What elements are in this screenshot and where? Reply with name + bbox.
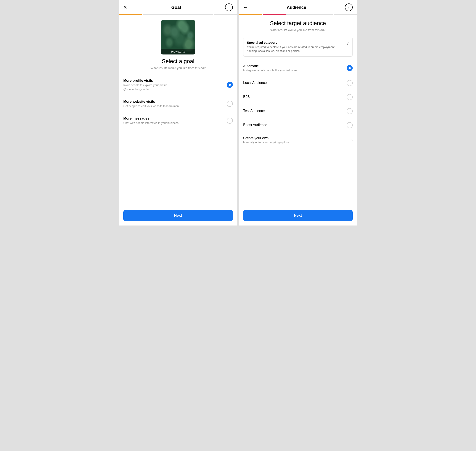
goal-option-profile-desc: Invite people to explore your profile.	[123, 83, 224, 87]
audience-option-test-radio[interactable]	[347, 108, 353, 114]
audience-next-button[interactable]: Next	[243, 210, 353, 221]
goal-option-profile-title: More profile visits	[123, 79, 224, 83]
audience-option-automatic-radio[interactable]	[347, 65, 353, 71]
goal-option-messages[interactable]: More messages Chat with people intereste…	[119, 112, 237, 129]
special-category-row[interactable]: Special ad category You're required to d…	[243, 37, 353, 57]
goal-option-profile[interactable]: More profile visits Invite people to exp…	[119, 74, 237, 95]
audience-content: Select target audience What results woul…	[239, 15, 357, 207]
goal-header: ✕ Goal i	[119, 0, 237, 14]
goal-option-profile-radio[interactable]	[227, 82, 233, 88]
special-category-chevron-icon: ∨	[346, 41, 349, 46]
goal-next-container: Next	[119, 207, 237, 226]
audience-options-list: Automatic Instagram targets people like …	[239, 60, 357, 148]
goal-option-website[interactable]: More website visits Get people to visit …	[119, 95, 237, 112]
audience-option-boost[interactable]: Boost Audience	[239, 118, 357, 132]
audience-header: ← Audience i	[239, 0, 357, 14]
audience-option-local-text: Local Audience	[243, 81, 344, 85]
goal-next-button[interactable]: Next	[123, 210, 233, 221]
special-category-text: Special ad category You're required to d…	[247, 41, 343, 53]
special-category-title: Special ad category	[247, 41, 343, 44]
audience-option-test-title: Test Audience	[243, 109, 344, 113]
preview-image[interactable]: Preview Ad	[161, 20, 195, 55]
special-category-desc: You're required to declare if your ads a…	[247, 45, 343, 53]
create-own-chevron-icon: ›	[351, 138, 353, 143]
goal-option-messages-desc: Chat with people interested in your busi…	[123, 121, 224, 125]
audience-option-boost-title: Boost Audience	[243, 123, 344, 127]
goal-info-button[interactable]: i	[225, 3, 233, 11]
audience-option-create-desc: Manually enter your targeting options	[243, 141, 349, 144]
audience-option-b2b-text: B2B	[243, 95, 344, 100]
audience-option-local-radio[interactable]	[347, 80, 353, 86]
goal-option-website-radio[interactable]	[227, 101, 233, 107]
goal-option-profile-text: More profile visits Invite people to exp…	[123, 79, 224, 91]
preview-label: Preview Ad	[161, 49, 195, 55]
audience-option-b2b-radio[interactable]	[347, 94, 353, 100]
audience-option-automatic-title: Automatic	[243, 64, 344, 68]
audience-option-local[interactable]: Local Audience	[239, 76, 357, 90]
audience-main-subtitle: What results would you like from this ad…	[243, 28, 353, 32]
goal-option-messages-text: More messages Chat with people intereste…	[123, 117, 224, 125]
goal-screen-subtitle: What results would you like from this ad…	[151, 66, 206, 70]
close-button[interactable]: ✕	[123, 5, 127, 10]
goal-screen: ✕ Goal i Preview Ad Select a goal What r…	[119, 0, 237, 226]
back-button[interactable]: ←	[243, 5, 248, 10]
audience-option-create-title: Create your own	[243, 136, 349, 140]
goal-option-messages-radio[interactable]	[227, 118, 233, 124]
audience-main-title: Select target audience	[243, 20, 353, 27]
audience-next-container: Next	[239, 207, 357, 226]
audience-title-header: Audience	[287, 5, 306, 10]
goal-option-website-title: More website visits	[123, 100, 224, 104]
preview-section: Preview Ad Select a goal What results wo…	[119, 15, 237, 74]
goal-title: Goal	[171, 5, 181, 10]
goal-content: Preview Ad Select a goal What results wo…	[119, 15, 237, 207]
audience-title-section: Select target audience What results woul…	[239, 15, 357, 33]
audience-option-b2b[interactable]: B2B	[239, 90, 357, 104]
audience-option-local-title: Local Audience	[243, 81, 344, 85]
audience-option-b2b-title: B2B	[243, 95, 344, 99]
goal-option-website-text: More website visits Get people to visit …	[123, 100, 224, 108]
audience-option-boost-radio[interactable]	[347, 122, 353, 128]
audience-option-test[interactable]: Test Audience	[239, 104, 357, 118]
goal-option-profile-handle: @sonnenbergmedia	[123, 88, 224, 91]
goal-option-website-desc: Get people to visit your website to lear…	[123, 104, 224, 108]
audience-option-boost-text: Boost Audience	[243, 123, 344, 128]
audience-info-button[interactable]: i	[345, 3, 353, 11]
audience-option-test-text: Test Audience	[243, 109, 344, 113]
audience-option-automatic[interactable]: Automatic Instagram targets people like …	[239, 60, 357, 76]
goal-option-messages-title: More messages	[123, 117, 224, 120]
goal-screen-title: Select a goal	[162, 58, 194, 65]
audience-option-automatic-text: Automatic Instagram targets people like …	[243, 64, 344, 72]
audience-option-automatic-desc: Instagram targets people like your follo…	[243, 69, 344, 72]
audience-screen: ← Audience i Select target audience What…	[239, 0, 357, 226]
audience-option-create-text: Create your own Manually enter your targ…	[243, 136, 349, 144]
audience-option-create[interactable]: Create your own Manually enter your targ…	[239, 132, 357, 148]
